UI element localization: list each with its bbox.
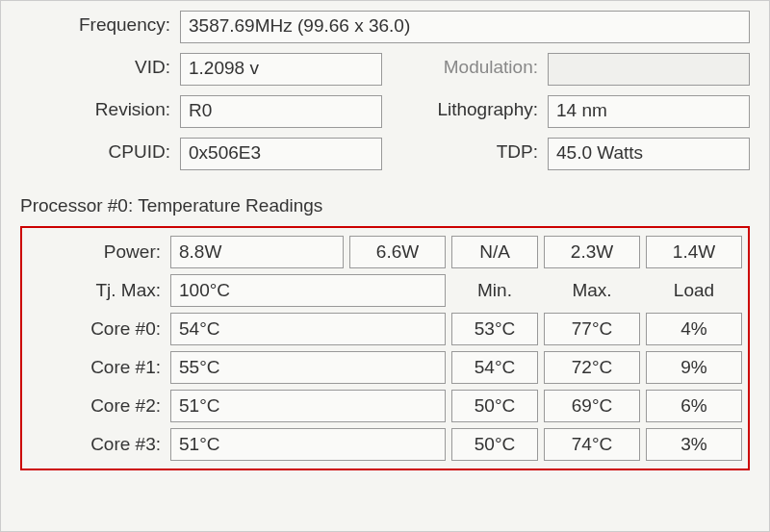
power-label: Power: (30, 238, 165, 266)
core2-max: 69°C (544, 390, 640, 422)
revision-label: Revision: (20, 95, 174, 128)
power-value-4: 1.4W (646, 236, 742, 268)
core0-max: 77°C (544, 313, 640, 345)
cpuid-label: CPUID: (20, 138, 174, 170)
tdp-value: 45.0 Watts (548, 138, 750, 170)
modulation-label: Modulation: (388, 53, 542, 86)
core3-min: 50°C (451, 428, 538, 461)
core2-min: 50°C (451, 390, 538, 422)
col-header-min: Min. (451, 278, 538, 303)
frequency-value: 3587.69MHz (99.66 x 36.0) (180, 11, 750, 43)
frequency-label: Frequency: (20, 11, 174, 43)
core1-max: 72°C (544, 351, 640, 384)
processor-info-grid: Frequency: 3587.69MHz (99.66 x 36.0) VID… (20, 11, 750, 170)
core3-label: Core #3: (30, 430, 165, 459)
revision-value: R0 (180, 95, 382, 128)
core1-min: 54°C (451, 351, 538, 384)
power-value-2: N/A (451, 236, 538, 268)
core3-load: 3% (646, 428, 742, 461)
power-value-0: 8.8W (170, 236, 344, 268)
tdp-label: TDP: (388, 138, 542, 170)
vid-value: 1.2098 v (180, 53, 382, 86)
cpuid-value: 0x506E3 (180, 138, 382, 170)
modulation-value (548, 53, 750, 86)
core2-load: 6% (646, 390, 742, 422)
core0-min: 53°C (451, 313, 538, 345)
lithography-value: 14 nm (548, 95, 750, 128)
col-header-max: Max. (544, 278, 640, 303)
temperature-group-title: Processor #0: Temperature Readings (20, 188, 750, 226)
power-value-3: 2.3W (544, 236, 640, 268)
core2-cur: 51°C (170, 390, 446, 422)
col-header-load: Load (646, 278, 742, 303)
lithography-label: Lithography: (388, 95, 542, 128)
core0-load: 4% (646, 313, 742, 345)
core0-cur: 54°C (170, 313, 446, 345)
tjmax-label: Tj. Max: (30, 276, 165, 305)
vid-label: VID: (20, 53, 174, 86)
core3-max: 74°C (544, 428, 640, 461)
core0-label: Core #0: (30, 315, 165, 343)
core3-cur: 51°C (170, 428, 446, 461)
core1-label: Core #1: (30, 353, 165, 382)
core1-load: 9% (646, 351, 742, 384)
power-value-1: 6.6W (349, 236, 446, 268)
tjmax-value: 100°C (170, 274, 446, 307)
core2-label: Core #2: (30, 392, 165, 420)
core1-cur: 55°C (170, 351, 446, 384)
temperature-readings-box: Power: 8.8W 6.6W N/A 2.3W 1.4W Tj. Max: … (20, 226, 750, 470)
temperature-table: Power: 8.8W 6.6W N/A 2.3W 1.4W Tj. Max: … (30, 236, 740, 461)
